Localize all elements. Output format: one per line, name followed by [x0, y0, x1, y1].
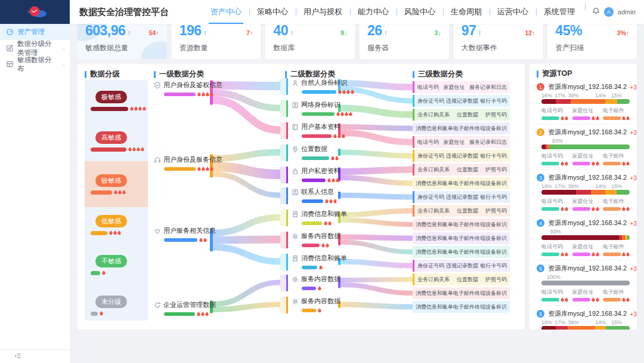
nav-item-5[interactable]: 风险中心	[397, 0, 443, 24]
level3-tag-row[interactable]: 身份证号码违规记录数据银行卡号码	[413, 260, 510, 272]
bar-segment	[541, 235, 619, 240]
level-pill[interactable]: 低敏感	[95, 215, 127, 227]
level2-item[interactable]: 服务内容数据	[280, 297, 340, 313]
nav-item-6[interactable]: 生命周期	[443, 0, 490, 24]
level3-tag-row[interactable]: 消费信息和账单电子邮件终端设备标识	[413, 219, 510, 230]
level2-item[interactable]: 消费信息和账单	[280, 210, 347, 226]
resource-delta: +32	[630, 220, 637, 227]
resource-item-4[interactable]: 4资源库mysql_192.168.34.2+3293%电话号码家庭住址电子邮件	[537, 214, 630, 260]
level3-tag: 银行卡号码	[480, 97, 507, 105]
nav-item-8[interactable]: 系统管理	[536, 0, 583, 24]
mini-bar	[541, 207, 559, 211]
level3-tag: 终端设备标识	[475, 303, 507, 311]
level1-item[interactable]: 用户身份及服务信息	[154, 155, 213, 171]
location-icon	[292, 146, 299, 153]
level-pill[interactable]: 极敏感	[95, 91, 127, 103]
level3-tag-row[interactable]: 身份证号码违规记录数据银行卡号码	[413, 95, 510, 107]
percent-label: 15%	[611, 93, 622, 99]
bell-icon[interactable]	[592, 7, 600, 17]
mini-bar	[302, 266, 317, 269]
resource-item-2[interactable]: 2资源库mysql_192.168.34.2+3293%电话号码家庭住址电子邮件	[537, 124, 630, 169]
resource-item-5[interactable]: 5资源库mysql_192.168.34.2+32100%电话号码家庭住址电子邮…	[537, 260, 630, 305]
sidebar-item-2[interactable]: 数据分级分类管理	[0, 40, 70, 56]
level3-tag-row[interactable]: 电话号码家庭住址服务记录和日志	[413, 136, 510, 148]
level3-tag-row[interactable]: 消费信息和账单电子邮件终端设备标识	[413, 122, 510, 134]
level2-item[interactable]: 网络身份标识	[280, 100, 352, 117]
resource-percent-labels: 16%17%39%14%15%	[541, 93, 630, 99]
level2-item-label: 位置数据	[301, 144, 327, 153]
rank-badge: 2	[537, 128, 544, 136]
sankey-ribbon	[340, 195, 413, 197]
level2-item[interactable]: 服务内容数据	[280, 232, 340, 248]
resource-item-6[interactable]: 6资源库mysql_192.168.34.2+3216%17%39%14%15%…	[537, 305, 630, 330]
nav-item-4[interactable]: 能力中心	[350, 0, 397, 24]
bar-segment	[627, 235, 630, 240]
sync-icon	[154, 302, 161, 309]
level2-item[interactable]: 服务内容数据	[280, 275, 340, 291]
app-header: 数据安全治理管控平台 资产中心策略中心用户与授权能力中心风险中心生命周期运营中心…	[0, 0, 644, 24]
resource-item-1[interactable]: 1资源库mysql_192.168.34.2+3216%17%39%14%15%…	[537, 79, 630, 124]
level2-item[interactable]: 用户私密资料	[280, 167, 340, 183]
level3-tag-row[interactable]: 业务订购关系位置数据护照号码	[413, 109, 510, 121]
mini-bar	[164, 93, 196, 96]
metric-bar-row	[572, 161, 599, 166]
level2-item[interactable]: 消费信息和账单	[280, 254, 347, 270]
resource-item-3[interactable]: 3资源库mysql_192.168.34.2+3216%17%39%14%15%…	[537, 169, 630, 214]
avatar[interactable]: A	[604, 7, 614, 17]
resource-stacked-bar	[541, 190, 630, 195]
level3-tag: 身份证号码	[417, 193, 444, 201]
level3-tag-row[interactable]: 电话号码家庭住址服务记录和日志	[413, 81, 510, 93]
username[interactable]: admin	[618, 8, 636, 16]
sidebar-item-3[interactable]: 敏感数据分布	[0, 56, 70, 72]
level3-tag: 消费信息和账单	[416, 221, 453, 229]
level1-item[interactable]: 用户身份及鉴权信息	[154, 81, 213, 97]
level-pill[interactable]: 高敏感	[95, 131, 127, 144]
level3-tag-row[interactable]: 业务订购关系位置数据护照号码	[413, 205, 510, 217]
flame-icons	[336, 112, 352, 116]
nav-item-2[interactable]: 策略中心	[249, 0, 296, 24]
sidebar-item-1[interactable]: 资产管理	[0, 24, 70, 40]
collapse-sidebar-icon[interactable]	[14, 351, 21, 362]
level3-tag-row[interactable]: 消费信息和账单电子邮件终端设备标识	[413, 301, 510, 313]
nav-item-1[interactable]: 资产中心	[203, 0, 249, 24]
sidebar-item-label: 敏感数据分布	[17, 56, 58, 73]
level2-item[interactable]: 用户基本资料	[280, 122, 345, 139]
level3-tag-row[interactable]: 消费信息和账单电子邮件终端设备标识	[413, 177, 510, 189]
level3-tag-row[interactable]: 身份证号码违规记录数据银行卡号码	[413, 191, 510, 203]
bar-segment	[541, 281, 630, 285]
level2-item-label: 消费信息和账单	[301, 254, 347, 263]
level3-tag-row[interactable]: 消费信息和账单电子邮件终端设备标识	[413, 232, 510, 244]
level3-tag: 护照号码	[485, 166, 507, 174]
column-title-level3: 三级数据分类	[413, 69, 463, 79]
sankey-ribbon	[213, 304, 280, 310]
nav-item-3[interactable]: 用户与授权	[296, 0, 350, 24]
mini-bar	[302, 244, 320, 247]
level3-tag: 违规记录数据	[446, 97, 478, 105]
level3-tag: 终端设备标识	[475, 125, 507, 133]
level2-item[interactable]: 联系人信息	[280, 187, 337, 204]
sankey-ribbon	[340, 178, 413, 184]
flame-icons	[128, 147, 144, 152]
level2-item[interactable]: 位置数据	[280, 144, 339, 161]
level3-tags: 身份证号码违规记录数据银行卡号码	[414, 260, 510, 272]
level3-tags: 消费信息和账单电子邮件终端设备标识	[413, 177, 510, 189]
level3-tag-row[interactable]: 消费信息和账单电子邮件终端设备标识	[413, 246, 510, 258]
flame-icons	[561, 161, 568, 166]
level-pill[interactable]: 不敏感	[95, 255, 127, 267]
edit-icon	[6, 44, 14, 52]
level2-item[interactable]: 自然人身份标识	[280, 78, 354, 95]
mini-bar	[302, 222, 322, 225]
level1-item[interactable]: 用户服务相关信息	[154, 226, 213, 242]
level3-tag: 终端设备标识	[475, 235, 507, 242]
level3-tag-row[interactable]: 业务订购关系位置数据护照号码	[413, 273, 510, 285]
nav-item-7[interactable]: 运营中心	[490, 0, 536, 24]
level3-tag-row[interactable]: 身份证号码违规记录数据银行卡号码	[413, 150, 510, 162]
level3-tag-row[interactable]: 消费信息和账单电子邮件终端设备标识	[413, 287, 510, 299]
level-bar-row	[91, 106, 146, 111]
level1-item-line: 企业运营管理数据	[154, 300, 213, 309]
sankey-ribbon	[340, 262, 413, 266]
level-pill[interactable]: 较敏感	[95, 174, 127, 187]
level-pill[interactable]: 未分级	[95, 296, 127, 308]
level3-tag-row[interactable]: 业务订购关系位置数据护照号码	[413, 164, 510, 176]
level1-item[interactable]: 企业运营管理数据	[154, 300, 213, 316]
